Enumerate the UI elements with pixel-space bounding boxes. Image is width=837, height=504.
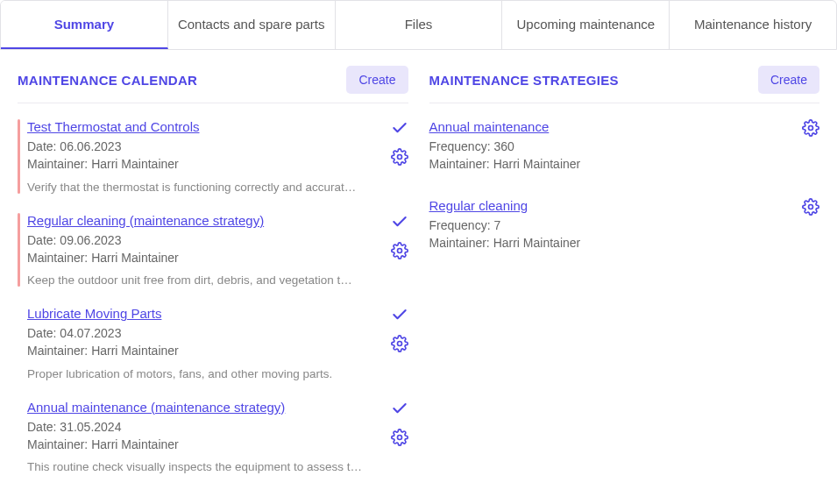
calendar-item: Lubricate Moving PartsDate: 04.07.2023Ma… xyxy=(18,306,408,380)
calendar-title: MAINTENANCE CALENDAR xyxy=(18,73,197,88)
strategy-item-maintainer: Maintainer: Harri Maintainer xyxy=(429,155,796,173)
calendar-item-title[interactable]: Lubricate Moving Parts xyxy=(27,306,161,321)
gear-icon[interactable] xyxy=(391,429,408,449)
check-icon[interactable] xyxy=(391,306,408,326)
calendar-item-date: Date: 04.07.2023 xyxy=(27,324,384,342)
calendar-item-maintainer: Maintainer: Harri Maintainer xyxy=(27,342,384,359)
calendar-item-description: Verify that the thermostat is functionin… xyxy=(27,181,384,194)
calendar-item-date: Date: 06.06.2023 xyxy=(27,138,384,155)
strategy-item: Annual maintenanceFrequency: 360Maintain… xyxy=(429,119,820,174)
tab-maintenance-history[interactable]: Maintenance history xyxy=(670,1,836,49)
tab-contacts-and-spare-parts[interactable]: Contacts and spare parts xyxy=(168,1,336,49)
check-icon[interactable] xyxy=(391,119,408,139)
calendar-column: MAINTENANCE CALENDAR Create Test Thermos… xyxy=(18,66,408,493)
svg-point-0 xyxy=(397,155,401,160)
accent-bar xyxy=(18,306,20,380)
calendar-item-maintainer: Maintainer: Harri Maintainer xyxy=(27,249,384,266)
strategies-column: MAINTENANCE STRATEGIES Create Annual mai… xyxy=(429,66,820,493)
svg-point-3 xyxy=(397,435,401,439)
gear-icon[interactable] xyxy=(802,125,819,139)
calendar-item-date: Date: 09.06.2023 xyxy=(27,231,384,249)
tab-upcoming-maintenance[interactable]: Upcoming maintenance xyxy=(502,1,670,49)
svg-point-1 xyxy=(397,248,401,252)
svg-point-2 xyxy=(397,342,401,346)
strategy-item: Regular cleaningFrequency: 7Maintainer: … xyxy=(429,198,820,252)
check-icon[interactable] xyxy=(391,213,408,233)
tab-bar: SummaryContacts and spare partsFilesUpco… xyxy=(0,0,837,50)
accent-bar xyxy=(18,400,20,474)
divider xyxy=(18,103,408,103)
strategies-title: MAINTENANCE STRATEGIES xyxy=(429,73,619,88)
calendar-item-title[interactable]: Test Thermostat and Controls xyxy=(27,119,199,134)
calendar-create-button[interactable]: Create xyxy=(346,66,408,94)
gear-icon[interactable] xyxy=(802,204,819,218)
tab-summary[interactable]: Summary xyxy=(1,1,168,49)
check-icon[interactable] xyxy=(391,400,408,420)
strategy-item-frequency: Frequency: 7 xyxy=(429,217,796,234)
tab-files[interactable]: Files xyxy=(336,1,503,49)
calendar-item-maintainer: Maintainer: Harri Maintainer xyxy=(27,155,384,173)
gear-icon[interactable] xyxy=(391,148,408,168)
strategy-item-maintainer: Maintainer: Harri Maintainer xyxy=(429,234,796,252)
strategies-create-button[interactable]: Create xyxy=(758,66,819,94)
strategy-item-title[interactable]: Annual maintenance xyxy=(429,119,550,134)
strategy-item-frequency: Frequency: 360 xyxy=(429,138,796,155)
calendar-item-description: This routine check visually inspects the… xyxy=(27,460,384,473)
calendar-item-title[interactable]: Regular cleaning (maintenance strategy) xyxy=(27,213,264,228)
calendar-item-maintainer: Maintainer: Harri Maintainer xyxy=(27,436,384,453)
calendar-item-description: Keep the outdoor unit free from dirt, de… xyxy=(27,273,384,287)
calendar-item: Regular cleaning (maintenance strategy)D… xyxy=(18,213,408,287)
svg-point-5 xyxy=(809,204,813,209)
calendar-item-description: Proper lubrication of motors, fans, and … xyxy=(27,367,384,380)
calendar-item-title[interactable]: Annual maintenance (maintenance strategy… xyxy=(27,400,285,415)
accent-bar xyxy=(18,213,20,287)
calendar-item-date: Date: 31.05.2024 xyxy=(27,418,384,436)
strategy-item-title[interactable]: Regular cleaning xyxy=(429,198,528,213)
accent-bar xyxy=(18,119,20,194)
calendar-item: Test Thermostat and ControlsDate: 06.06.… xyxy=(18,119,408,194)
gear-icon[interactable] xyxy=(391,242,408,262)
gear-icon[interactable] xyxy=(391,335,408,355)
divider xyxy=(429,103,820,103)
calendar-item: Annual maintenance (maintenance strategy… xyxy=(18,400,408,474)
svg-point-4 xyxy=(809,126,813,131)
